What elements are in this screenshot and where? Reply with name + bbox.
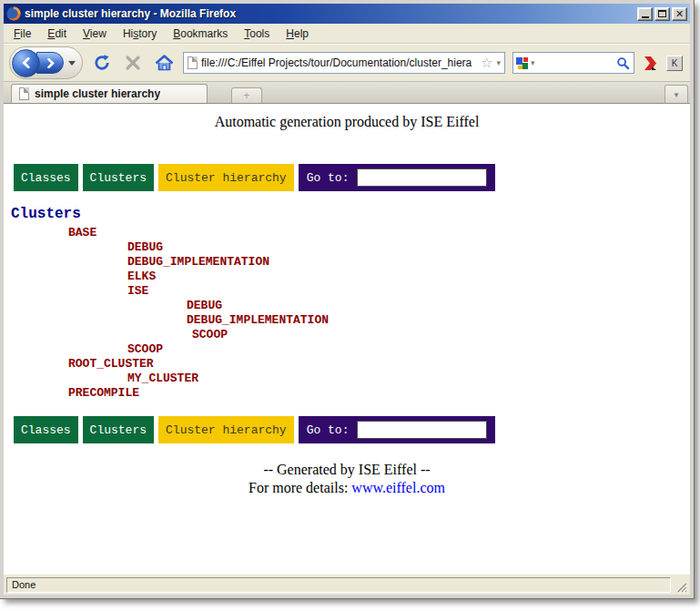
- status-bar: Done: [4, 574, 690, 595]
- home-button[interactable]: [152, 51, 176, 75]
- menu-help[interactable]: Help: [278, 25, 317, 43]
- url-dropdown-icon[interactable]: ▾: [496, 58, 501, 67]
- url-text[interactable]: file:///C:/Eiffel Projects/tour/Document…: [201, 56, 477, 69]
- menu-view[interactable]: View: [75, 25, 115, 43]
- classes-button[interactable]: Classes: [14, 416, 78, 443]
- list-all-tabs-button[interactable]: ▾: [664, 85, 688, 103]
- tree-item-ise: ISE: [4, 284, 690, 299]
- menu-history[interactable]: History: [115, 25, 165, 43]
- tab-title: simple cluster hierarchy: [35, 87, 160, 100]
- details-line: For more details: www.eiffel.com: [4, 479, 690, 497]
- bookmark-star-icon[interactable]: ☆: [481, 56, 492, 70]
- kaspersky-icon[interactable]: [642, 55, 659, 72]
- tree-item-debug: DEBUG: [4, 240, 690, 255]
- history-dropdown[interactable]: [68, 61, 76, 66]
- tree-item-my_cluster: MY_CLUSTER: [4, 372, 690, 386]
- back-button[interactable]: [12, 49, 40, 77]
- window-title: simple cluster hierarchy - Mozilla Firef…: [25, 7, 634, 20]
- tree-item-scoop: SCOOP: [4, 328, 690, 342]
- browser-window: simple cluster hierarchy - Mozilla Firef…: [0, 0, 694, 598]
- goto-box: Go to:: [299, 416, 496, 443]
- cluster-hierarchy-button[interactable]: Cluster hierarchy: [158, 164, 294, 191]
- stop-icon: [125, 55, 141, 71]
- cluster-tree: BASEDEBUGDEBUG_IMPLEMENTATIONELKSISEDEBU…: [4, 226, 690, 401]
- goto-label: Go to:: [307, 171, 350, 185]
- tree-item-scoop: SCOOP: [4, 342, 690, 357]
- back-forward-group: [9, 46, 83, 79]
- minimize-button[interactable]: [637, 7, 653, 21]
- stop-button[interactable]: [121, 51, 145, 75]
- home-icon: [155, 54, 174, 72]
- close-icon: ✕: [675, 9, 684, 19]
- doc-toolbar-bottom: Classes Clusters Cluster hierarchy Go to…: [14, 416, 495, 443]
- classes-button[interactable]: Classes: [14, 164, 78, 191]
- back-arrow-icon: [21, 57, 32, 68]
- chevron-down-icon: ▾: [675, 90, 679, 99]
- tab-favicon: [19, 87, 29, 100]
- search-input[interactable]: [538, 55, 614, 71]
- status-text: Done: [6, 577, 671, 593]
- goto-box: Go to:: [299, 164, 496, 191]
- tree-item-root_cluster: ROOT_CLUSTER: [4, 357, 690, 372]
- tree-item-elks: ELKS: [4, 270, 690, 284]
- tree-item-debug_implementation: DEBUG_IMPLEMENTATION: [4, 255, 690, 270]
- tab-strip: simple cluster hierarchy + ▾: [4, 82, 690, 104]
- minimize-icon: [642, 16, 649, 18]
- menu-edit[interactable]: Edit: [39, 25, 75, 43]
- clusters-button[interactable]: Clusters: [83, 416, 154, 443]
- page-footer: -- Generated by ISE Eiffel -- For more d…: [4, 461, 690, 497]
- page-title: Automatic generation produced by ISE Eif…: [4, 114, 690, 130]
- reload-button[interactable]: [90, 51, 114, 75]
- tree-item-debug_implementation: DEBUG_IMPLEMENTATION: [4, 313, 690, 328]
- details-prefix: For more details:: [249, 480, 351, 495]
- title-bar: simple cluster hierarchy - Mozilla Firef…: [4, 4, 690, 24]
- menu-tools[interactable]: Tools: [236, 25, 278, 43]
- generated-by-text: -- Generated by ISE Eiffel --: [4, 461, 690, 479]
- k-button[interactable]: K: [666, 56, 683, 71]
- goto-label: Go to:: [307, 423, 350, 437]
- clusters-heading: Clusters: [11, 206, 81, 222]
- goto-input[interactable]: [357, 168, 487, 187]
- resize-grip[interactable]: [675, 580, 687, 593]
- tree-item-debug: DEBUG: [4, 299, 690, 313]
- doc-toolbar-top: Classes Clusters Cluster hierarchy Go to…: [14, 164, 495, 191]
- firefox-icon: [6, 6, 21, 21]
- search-icon[interactable]: [616, 56, 630, 70]
- forward-arrow-icon: [46, 58, 56, 68]
- search-engine-dropdown-icon[interactable]: ▾: [531, 58, 535, 67]
- maximize-icon: [658, 10, 666, 17]
- page-favicon: [188, 56, 198, 69]
- clusters-button[interactable]: Clusters: [83, 164, 154, 191]
- maximize-button[interactable]: [654, 7, 670, 21]
- menu-bookmarks[interactable]: Bookmarks: [165, 25, 236, 43]
- cluster-hierarchy-button[interactable]: Cluster hierarchy: [158, 416, 294, 443]
- tree-item-base: BASE: [4, 226, 690, 240]
- new-tab-button[interactable]: +: [231, 87, 262, 103]
- page-content: Automatic generation produced by ISE Eif…: [4, 104, 690, 574]
- close-button[interactable]: ✕: [672, 7, 687, 21]
- goto-input[interactable]: [357, 421, 487, 439]
- menu-bar: FileEditViewHistoryBookmarksToolsHelp: [4, 24, 690, 44]
- tree-item-precompile: PRECOMPILE: [4, 386, 690, 401]
- menu-file[interactable]: File: [5, 25, 39, 43]
- search-box[interactable]: ▾: [512, 52, 634, 74]
- google-icon: [516, 57, 528, 69]
- navigation-toolbar: file:///C:/Eiffel Projects/tour/Document…: [4, 44, 690, 82]
- reload-icon: [93, 54, 111, 72]
- forward-button[interactable]: [36, 52, 64, 74]
- tab-simple-cluster-hierarchy[interactable]: simple cluster hierarchy: [11, 84, 208, 103]
- address-bar[interactable]: file:///C:/Eiffel Projects/tour/Document…: [183, 52, 505, 74]
- eiffel-link[interactable]: www.eiffel.com: [351, 480, 445, 495]
